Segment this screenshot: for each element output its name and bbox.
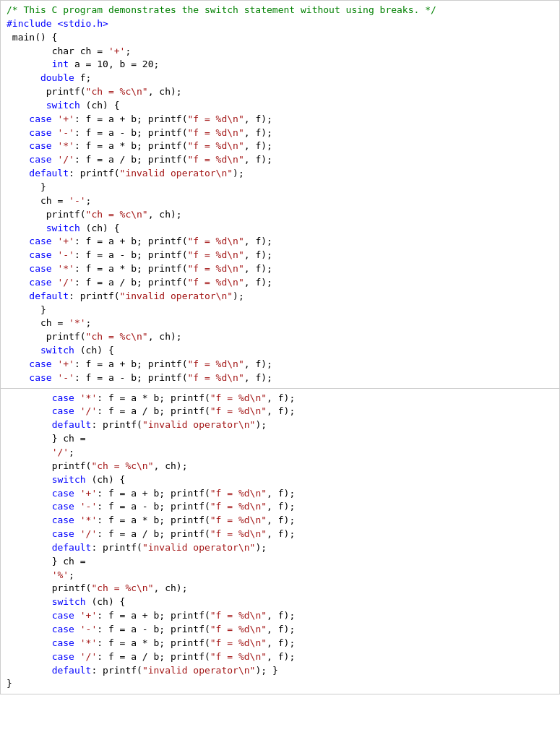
include-line: #include <stdio.h> [7,18,108,29]
comment-line: /* This C program demonstrates the switc… [7,4,436,15]
code-editor: /* This C program demonstrates the switc… [0,0,560,694]
code-pre-2: case '*': f = a * b; printf("f = %d\n", … [7,392,553,692]
code-pre-1: /* This C program demonstrates the switc… [7,4,553,385]
code-block-1: /* This C program demonstrates the switc… [1,1,559,389]
code-block-2: case '*': f = a * b; printf("f = %d\n", … [1,389,559,694]
